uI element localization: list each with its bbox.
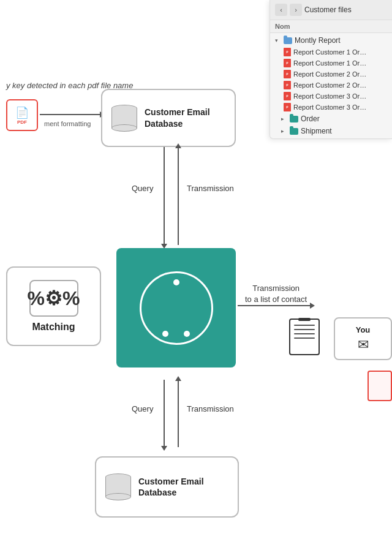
arrow-pdf-label: ment formatting [44, 120, 91, 127]
file-name: Report Customer 2 Or… [293, 70, 366, 78]
you-box: You ✉ [334, 317, 392, 360]
matching-label: Matching [32, 322, 75, 333]
list-item[interactable]: P Report Customer 2 Or… [270, 69, 392, 80]
email-icon: ✉ [358, 337, 369, 353]
chevron-down-icon: ▾ [275, 37, 281, 43]
folder-montly-report[interactable]: ▾ Montly Report [270, 34, 392, 47]
list-item[interactable]: P Report Customer 1 Or… [270, 58, 392, 69]
transmission-right-label: Transmission to a list of contact [245, 283, 307, 305]
clipboard-icon [289, 318, 320, 355]
db-icon-top [111, 105, 137, 132]
chevron-right-icon: ▸ [281, 128, 287, 134]
database-top: Customer Email Database [101, 89, 236, 147]
file-browser-title: Customer files [304, 6, 387, 14]
pdf-label: PDF [17, 119, 27, 125]
arrow-up-top [178, 147, 179, 245]
matching-icon: %⚙% [29, 280, 78, 317]
pdf-file-icon: P [284, 70, 291, 78]
database-bottom: Customer Email Database [95, 456, 239, 518]
query-label-bot: Query [132, 404, 153, 413]
red-partial-box [368, 371, 392, 401]
list-item[interactable]: P Report Customer 3 Or… [270, 91, 392, 102]
list-item[interactable]: P Report Customer 3 Or… [270, 102, 392, 113]
process-circle-icon [140, 271, 213, 345]
list-item[interactable]: P Report Customer 1 Or… [270, 47, 392, 58]
folder-order-name: Order [301, 115, 320, 123]
folder-name: Montly Report [295, 36, 341, 45]
you-label: You [356, 325, 371, 334]
back-button[interactable]: ‹ [275, 4, 287, 16]
db-bot-label: Customer Email Database [138, 476, 204, 498]
query-label-top: Query [132, 184, 153, 193]
transmission-label-top: Transmission [187, 184, 234, 193]
folder-order[interactable]: ▸ Order [270, 113, 392, 125]
arrow-down-top [164, 147, 165, 245]
chevron-right-icon: ▸ [281, 116, 287, 122]
transmission-label-bot: Transmission [187, 404, 234, 413]
list-item[interactable]: P Report Customer 2 Or… [270, 80, 392, 91]
folder-order-icon [290, 116, 298, 123]
file-name: Report Customer 1 Or… [293, 59, 366, 67]
clipboard-line [294, 325, 315, 326]
file-name: Report Customer 1 Or… [293, 48, 366, 56]
arrow-up-bot [178, 380, 179, 447]
file-browser: ‹ › Customer files Nom ▾ Montly Report P… [270, 0, 392, 139]
pdf-file-icon: P [284, 103, 291, 111]
forward-button[interactable]: › [290, 4, 302, 16]
pdf-file-icon: P [284, 59, 291, 67]
db-top-label: Customer Email Database [145, 107, 210, 129]
pdf-file-icon: P [284, 81, 291, 89]
clipboard-line [294, 329, 315, 330]
pdf-box: 📄 PDF [6, 99, 38, 131]
matching-box: %⚙% Matching [6, 266, 101, 346]
folder-icon [284, 37, 292, 44]
arrow-down-bot [164, 380, 165, 447]
file-name: Report Customer 2 Or… [293, 81, 366, 89]
arrow-pdf-to-db [40, 114, 101, 115]
db-icon-bot [105, 473, 131, 500]
pdf-icon: 📄 [15, 106, 29, 119]
clipboard-top [298, 318, 311, 321]
folder-shipment-icon [290, 128, 298, 135]
folder-shipment[interactable]: ▸ Shipment [270, 125, 392, 137]
pdf-file-icon: P [284, 48, 291, 56]
clipboard-line [294, 337, 315, 339]
file-browser-header: ‹ › Customer files [270, 0, 392, 20]
file-name: Report Customer 3 Or… [293, 104, 366, 111]
file-tree: ▾ Montly Report P Report Customer 1 Or… … [270, 33, 392, 138]
col-header: Nom [270, 20, 392, 33]
clipboard-line [294, 333, 315, 334]
folder-shipment-name: Shipment [301, 127, 332, 135]
file-name: Report Customer 3 Or… [293, 92, 366, 100]
pdf-file-icon: P [284, 92, 291, 100]
center-process-box [116, 248, 236, 368]
